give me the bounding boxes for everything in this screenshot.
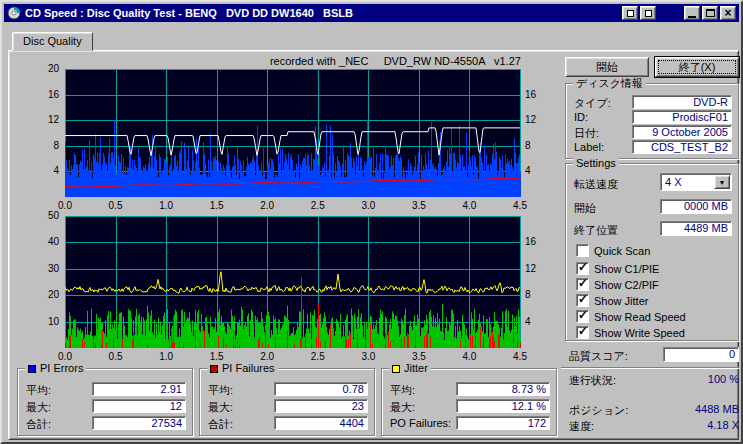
pi-errors-chart: 201612841612840.00.51.01.52.02.53.03.54.… [17,69,549,215]
x-axis-tick: 4.0 [454,351,484,363]
x-axis-tick: 0.5 [101,200,131,212]
close-button[interactable]: × [720,6,736,20]
x-axis-tick: 2.5 [303,351,333,363]
jitter-panel: Jitter 平均: 8.73 % 最大: 12.1 % PO Failures… [381,368,557,436]
titlebar-extra-button-1[interactable] [622,6,638,20]
x-axis-tick: 2.5 [303,200,333,212]
avg-label: 平均: [26,383,51,398]
maximize-button[interactable] [702,6,718,20]
y-right-axis-tick: 12 [525,263,545,275]
disc-date-value: 9 October 2005 [632,125,732,139]
checkbox-show-jitter[interactable]: ✓ Show Jitter [576,294,648,307]
position-label: ポジション: [569,403,628,418]
pi-failures-panel: PI Failures 平均: 0.78 最大: 23 合計: 4404 [199,368,375,436]
y-left-axis-tick: 20 [17,289,59,301]
checkbox-show-write-speed[interactable]: ✓ Show Write Speed [576,326,685,339]
settings-title: Settings [573,157,619,170]
disc-info-title: ディスク情報 [573,77,646,90]
end-position-field[interactable]: 4489 MB [660,221,732,236]
end-position-label: 終了位置 [574,223,618,238]
panel-title: PI Errors [40,362,83,375]
disc-id-value: ProdiscF01 [632,110,732,124]
speed-value: 4.18 X [639,419,739,431]
check-icon: ✓ [578,308,588,322]
maximize-icon [706,9,715,17]
tab-disc-quality[interactable]: Disc Quality [12,32,93,51]
y-right-axis-tick: 4 [525,316,545,328]
avg-value: 0.78 [274,382,368,396]
pi-failures-legend: PI Failures [207,362,278,375]
total-value: 4404 [274,416,368,430]
pi-failures-jitter-chart: 50403020101612840.00.51.01.52.02.53.03.5… [17,216,549,368]
progress-label: 進行状況: [569,373,616,388]
x-axis-tick: 2.0 [252,200,282,212]
x-axis-tick: 3.0 [353,351,383,363]
recorded-with-note: recorded with _NEC DVD_RW ND-4550A v1.27 [169,55,521,67]
checkbox-label: Show C2/PIF [594,279,659,291]
avg-value: 8.73 % [456,382,550,396]
y-right-axis-tick: 16 [525,236,545,248]
exit-button[interactable]: 終了(X) [655,57,739,77]
quality-score-value: 0 [663,347,739,362]
max-label: 最大: [390,400,415,415]
position-value: 4488 MB [639,403,739,415]
speed-select[interactable]: 4 X ▼ [660,173,732,191]
y-left-axis-tick: 12 [17,114,59,126]
titlebar-extra-buttons [622,6,656,20]
checkbox-label: Show Write Speed [594,327,685,339]
check-icon: ✓ [578,324,588,338]
checkbox-show-read-speed[interactable]: ✓ Show Read Speed [576,310,686,323]
disc-label-value: CDS_TEST_B2 [632,140,732,154]
x-axis-tick: 4.5 [505,351,535,363]
checkbox-show-c1-pie[interactable]: ✓ Show C1/PIE [576,262,659,275]
x-axis-tick: 0.5 [101,351,131,363]
jitter-legend: Jitter [389,362,431,375]
blue-square-icon [28,365,36,373]
checkbox-show-c2-pif[interactable]: ✓ Show C2/PIF [576,278,659,291]
app-window: CD Speed : Disc Quality Test - BENQ DVD … [0,0,743,444]
window-title: CD Speed : Disc Quality Test - BENQ DVD … [25,7,622,19]
pi-errors-panel: PI Errors 平均: 2.91 最大: 12 合計: 27534 [17,368,193,436]
yellow-square-icon [392,365,400,373]
disc-info-group: ディスク情報 タイプ: DVD-R ID: ProdiscF01 日付: 9 O… [565,83,739,159]
x-axis-tick: 1.0 [151,200,181,212]
small-window-icon [645,10,652,17]
y-left-axis-tick: 30 [17,263,59,275]
x-axis-tick: 1.0 [151,351,181,363]
checkbox-box: ✓ [576,278,589,291]
speed-select-value: 4 X [665,176,682,188]
max-label: 最大: [26,400,51,415]
checkbox-label: Quick Scan [594,245,650,257]
checkbox-box: ✓ [576,262,589,275]
disc-type-value: DVD-R [632,95,732,109]
start-position-field[interactable]: 0000 MB [660,199,732,214]
panel-title: Jitter [404,362,428,375]
total-label: 合計: [26,417,51,432]
disc-quality-page: recorded with _NEC DVD_RW ND-4550A v1.27… [8,50,739,440]
titlebar[interactable]: CD Speed : Disc Quality Test - BENQ DVD … [4,4,739,22]
x-axis-tick: 1.5 [202,200,232,212]
y-right-axis-tick: 8 [525,289,545,301]
checkbox-label: Show C1/PIE [594,263,659,275]
checkbox-quick-scan[interactable]: Quick Scan [576,244,650,257]
y-left-axis-tick: 8 [17,140,59,152]
pi-errors-plot [65,69,521,197]
y-left-axis-tick: 16 [17,89,59,101]
start-button[interactable]: 開始 [565,57,649,77]
disc-type-label: タイプ: [574,96,611,111]
checkbox-box: ✓ [576,310,589,323]
total-value: 27534 [92,416,186,430]
check-icon: ✓ [578,276,588,290]
x-axis-tick: 3.0 [353,200,383,212]
check-icon: ✓ [578,292,588,306]
close-icon: × [724,8,731,18]
x-axis-tick: 4.0 [454,200,484,212]
disc-label-label: Label: [574,141,604,153]
chevron-down-icon: ▼ [719,179,726,186]
disc-id-label: ID: [574,111,588,123]
minimize-button[interactable] [684,6,700,20]
transfer-speed-label: 転送速度 [574,177,618,192]
dropdown-button[interactable]: ▼ [714,175,730,189]
minimize-icon [688,16,696,18]
titlebar-extra-button-2[interactable] [640,6,656,20]
